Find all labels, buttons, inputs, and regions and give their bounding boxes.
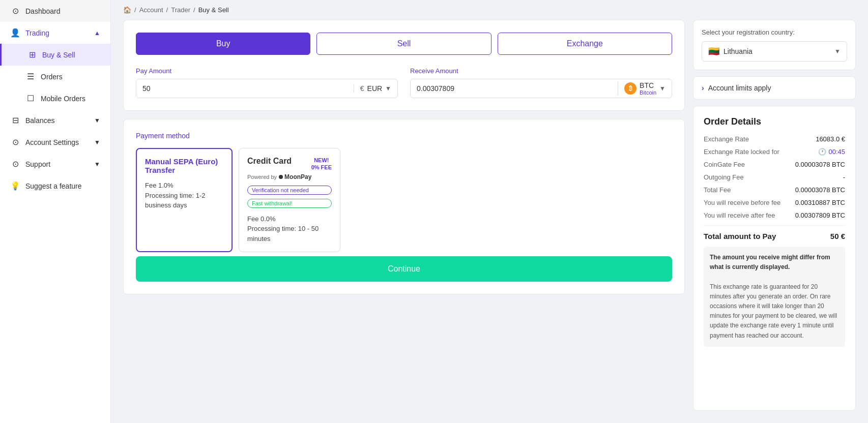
order-total-row: Total amount to Pay 50 € — [704, 232, 845, 240]
pay-amount-input[interactable] — [136, 79, 354, 98]
support-icon: ⊙ — [10, 159, 20, 169]
breadcrumb-separator: / — [134, 6, 136, 14]
account-settings-icon: ⊙ — [10, 137, 20, 147]
trading-icon: 👤 — [10, 28, 20, 38]
sidebar-item-mobile-orders[interactable]: ☐ Mobile Orders — [0, 87, 110, 109]
chevron-down-icon-3: ▼ — [94, 161, 100, 168]
order-row: You will receive after fee0.00307809 BTC — [704, 212, 845, 219]
continue-button[interactable]: Continue — [136, 256, 672, 282]
breadcrumb: 🏠 / Account / Trader / Buy & Sell — [111, 0, 868, 20]
sidebar-item-orders[interactable]: ☰ Orders — [0, 66, 110, 87]
sidebar-item-label: Support — [25, 160, 50, 168]
buy-sell-card: Buy Sell Exchange Pay Amount € EUR ▼ — [123, 20, 685, 111]
chevron-down-icon-2: ▼ — [94, 139, 100, 146]
order-row: CoinGate Fee0.00003078 BTC — [704, 161, 845, 168]
order-row-key: Outgoing Fee — [704, 173, 744, 181]
pay-currency-select[interactable]: € EUR ▼ — [354, 84, 397, 93]
order-details-card: Order Details Exchange Rate16083.0 €Exch… — [693, 106, 856, 411]
sepa-payment-card[interactable]: Manual SEPA (Euro) Transfer Fee 1.0% Pro… — [136, 148, 233, 252]
order-row-value: 16083.0 € — [816, 135, 845, 143]
country-select[interactable]: 🇱🇹 Lithuania ▼ — [702, 41, 847, 62]
badges-row: Verification not needed Fast withdrawal! — [247, 186, 332, 210]
breadcrumb-current: Buy & Sell — [198, 6, 229, 14]
order-row-key: CoinGate Fee — [704, 161, 745, 168]
sidebar-item-label: Account Settings — [25, 138, 79, 146]
sidebar-item-label: Dashboard — [25, 7, 61, 15]
receive-amount-input[interactable] — [411, 79, 618, 98]
moonpay-logo: MoonPay — [279, 173, 311, 180]
order-row-key: Total Fee — [704, 186, 731, 194]
sidebar-item-label: Mobile Orders — [41, 95, 85, 103]
credit-card-payment[interactable]: Credit Card NEW! 0% FEE Powered by MoonP… — [239, 148, 340, 252]
receive-amount-wrapper: ₿ BTC Bitcoin ▼ — [410, 79, 672, 98]
moonpay-dot-icon — [279, 175, 283, 179]
order-rows: Exchange Rate16083.0 €Exchange Rate lock… — [704, 135, 845, 219]
sidebar-item-dashboard[interactable]: ⊙ Dashboard — [0, 0, 110, 22]
btc-full-name: Bitcoin — [640, 89, 656, 96]
breadcrumb-trader[interactable]: Trader — [171, 6, 190, 14]
sidebar-item-buy-sell[interactable]: ⊞ Buy & Sell — [0, 44, 110, 66]
exchange-tab[interactable]: Exchange — [498, 33, 672, 55]
country-label: Select your registration country: — [702, 28, 847, 36]
disclaimer: The amount you receive might differ from… — [704, 247, 845, 347]
disclaimer-text: This exchange rate is guaranteed for 20 … — [710, 283, 837, 339]
sidebar-item-label: Buy & Sell — [42, 51, 75, 59]
fast-withdrawal-badge: Fast withdrawal! — [247, 199, 332, 208]
order-row: Exchange Rate16083.0 € — [704, 135, 845, 143]
limits-card[interactable]: › Account limits apply — [693, 76, 856, 100]
order-row: Outgoing Fee- — [704, 173, 845, 181]
new-badge: NEW! 0% FEE — [311, 157, 332, 171]
payment-method-title: Payment method — [136, 132, 672, 140]
breadcrumb-separator-2: / — [166, 6, 168, 14]
sell-tab[interactable]: Sell — [316, 33, 491, 55]
btc-name: BTC — [640, 81, 656, 89]
sidebar-item-suggest[interactable]: 💡 Suggest a feature — [0, 175, 110, 197]
chevron-down-icon: ▼ — [94, 117, 100, 124]
new-label: NEW! — [314, 157, 329, 164]
left-panel: Buy Sell Exchange Pay Amount € EUR ▼ — [123, 20, 685, 411]
verification-badge: Verification not needed — [247, 186, 332, 195]
sidebar-item-balances[interactable]: ⊟ Balances ▼ — [0, 109, 110, 131]
limits-chevron-icon: › — [702, 84, 704, 92]
order-row-key: Exchange Rate — [704, 135, 749, 143]
order-row-value: 0.00003078 BTC — [795, 186, 845, 194]
sidebar-item-label: Trading — [25, 29, 49, 37]
credit-card-header: Credit Card NEW! 0% FEE — [247, 157, 332, 171]
sidebar-item-trading[interactable]: 👤 Trading ▲ — [0, 22, 110, 44]
flag-icon: 🇱🇹 — [708, 46, 719, 57]
sidebar-item-account-settings[interactable]: ⊙ Account Settings ▼ — [0, 131, 110, 153]
receive-amount-label: Receive Amount — [410, 67, 672, 75]
payment-cards: Manual SEPA (Euro) Transfer Fee 1.0% Pro… — [136, 148, 672, 252]
buy-sell-icon: ⊞ — [27, 50, 37, 59]
order-row: Total Fee0.00003078 BTC — [704, 186, 845, 194]
sidebar-item-label: Orders — [41, 73, 63, 81]
order-row-key: You will receive before fee — [704, 199, 780, 206]
total-value: 50 € — [830, 232, 845, 240]
order-details-title: Order Details — [704, 116, 845, 127]
right-panel: Select your registration country: 🇱🇹 Lit… — [693, 20, 856, 411]
pay-currency-label: EUR — [367, 84, 383, 93]
content-area: Buy Sell Exchange Pay Amount € EUR ▼ — [111, 20, 868, 423]
order-row-value: 0.00003078 BTC — [795, 161, 845, 168]
zero-fee-label: 0% FEE — [311, 164, 332, 171]
pay-amount-wrapper: € EUR ▼ — [136, 79, 398, 98]
receive-currency-select[interactable]: ₿ BTC Bitcoin ▼ — [618, 81, 672, 96]
breadcrumb-account[interactable]: Account — [139, 6, 163, 14]
sidebar-item-label: Suggest a feature — [25, 182, 82, 190]
btc-icon: ₿ — [624, 82, 636, 95]
total-label: Total amount to Pay — [704, 232, 776, 240]
country-chevron-icon: ▼ — [834, 48, 841, 55]
credit-card-title: Credit Card — [247, 157, 292, 166]
sidebar-item-support[interactable]: ⊙ Support ▼ — [0, 153, 110, 175]
country-name: Lithuania — [724, 47, 753, 55]
credit-card-fee: Fee 0.0% Processing time: 10 - 50 minute… — [247, 214, 332, 244]
sidebar-item-label: Balances — [25, 116, 55, 125]
pay-currency-chevron: ▼ — [385, 85, 391, 92]
tab-row: Buy Sell Exchange — [136, 33, 672, 55]
buy-tab[interactable]: Buy — [136, 33, 310, 55]
pay-amount-group: Pay Amount € EUR ▼ — [136, 67, 398, 98]
receive-amount-group: Receive Amount ₿ BTC Bitcoin ▼ — [410, 67, 672, 98]
mobile-orders-icon: ☐ — [25, 94, 36, 103]
euro-symbol-icon: € — [360, 84, 364, 93]
orders-icon: ☰ — [25, 72, 36, 81]
